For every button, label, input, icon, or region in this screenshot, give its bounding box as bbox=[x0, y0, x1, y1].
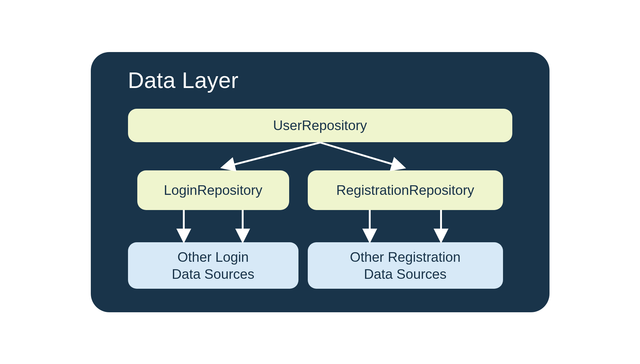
data-layer-panel: Data Layer UserRepository LoginRepositor… bbox=[91, 52, 550, 312]
arrow-icon bbox=[226, 143, 320, 167]
panel-title: Data Layer bbox=[128, 68, 239, 93]
node-label: LoginRepository bbox=[164, 182, 263, 199]
node-label: RegistrationRepository bbox=[336, 182, 474, 199]
node-login-data-sources: Other Login Data Sources bbox=[128, 242, 298, 289]
node-registration-repository: RegistrationRepository bbox=[308, 170, 503, 210]
node-user-repository: UserRepository bbox=[128, 109, 512, 142]
node-registration-data-sources: Other Registration Data Sources bbox=[308, 242, 503, 289]
arrow-icon bbox=[320, 143, 401, 167]
node-label: Other Registration Data Sources bbox=[350, 248, 461, 283]
node-label: Other Login Data Sources bbox=[172, 248, 254, 283]
node-login-repository: LoginRepository bbox=[137, 170, 289, 210]
node-label: UserRepository bbox=[273, 117, 367, 134]
